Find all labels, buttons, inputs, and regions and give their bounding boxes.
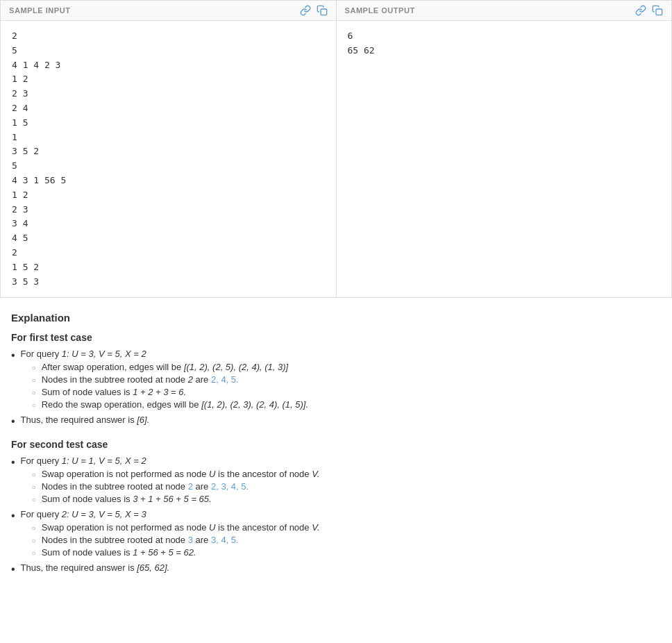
sample-input-line: 5: [12, 159, 325, 174]
sample-output-title: SAMPLE OUTPUT: [345, 6, 415, 15]
sample-input-line: 1 5 2: [12, 260, 325, 275]
conclusion-1-item: • Thus, the required answer is [6].: [11, 415, 661, 428]
sample-input-link-button[interactable]: [300, 5, 311, 16]
sample-input-icons: [300, 5, 328, 16]
bullet-conc-1: •: [11, 415, 15, 428]
query-1-label: For query 1: U = 3, V = 5, X = 2: [21, 349, 146, 359]
query-2-2-sub-list: ○ Swap operation is not performed as nod…: [21, 522, 320, 558]
sub-2-1-2: ○ Nodes in the subtree rooted at node 2 …: [21, 481, 320, 492]
sample-output-copy-button[interactable]: [652, 5, 663, 16]
sub-2-2-3: ○ Sum of node values is 1 + 56 + 5 = 62.: [21, 547, 320, 558]
bullet-2-2: •: [11, 510, 15, 522]
query-2-1-content: For query 1: U = 1, V = 5, X = 2 ○ Swap …: [21, 456, 320, 506]
circle-1: ○: [32, 364, 36, 371]
sample-input-line: 2 4: [12, 101, 325, 116]
sample-input-line: 2: [12, 246, 325, 260]
svg-rect-0: [321, 9, 327, 15]
circle-2-1-3: ○: [32, 496, 36, 503]
test-case-1-title: For first test case: [11, 332, 661, 343]
circle-2-1-1: ○: [32, 471, 36, 478]
bullet-2-1: •: [11, 456, 15, 469]
sample-input-line: 4 3 1 56 5: [12, 174, 325, 188]
sample-input-line: 1 5: [12, 116, 325, 131]
test-case-1-queries: • For query 1: U = 3, V = 5, X = 2 ○ Aft…: [11, 349, 661, 428]
sub-2-2-1: ○ Swap operation is not performed as nod…: [21, 522, 320, 533]
test-case-1: For first test case • For query 1: U = 3…: [11, 332, 661, 428]
sample-input-line: 3 5 3: [12, 275, 325, 290]
copy-icon-out: [652, 5, 663, 16]
link-icon-out: [635, 5, 646, 16]
test-case-2-title: For second test case: [11, 439, 661, 450]
query-2-2-item: • For query 2: U = 3, V = 5, X = 3 ○ Swa…: [11, 509, 661, 560]
circle-2-2-1: ○: [32, 524, 36, 532]
sub-item-1-2: ○ Nodes in the subtree rooted at node 2 …: [21, 374, 308, 385]
sample-input-line: 4 5: [12, 231, 325, 246]
sub-text-1-4: Redo the swap operation, edges will be […: [42, 399, 308, 410]
sub-2-2-2: ○ Nodes in the subtree rooted at node 3 …: [21, 535, 320, 545]
circle-2-1-2: ○: [32, 483, 36, 491]
sample-input-panel: SAMPLE INPUT 254 1 4 2 31 22 32 41 513 5: [1, 1, 337, 297]
bullet-conc-2: •: [11, 563, 15, 576]
sub-item-1-3: ○ Sum of node values is 1 + 2 + 3 = 6.: [21, 387, 308, 397]
sub-text-2-1-2: Nodes in the subtree rooted at node 2 ar…: [42, 481, 249, 492]
sample-input-header: SAMPLE INPUT: [1, 1, 336, 21]
circle-2-2-3: ○: [32, 549, 36, 557]
sample-output-header: SAMPLE OUTPUT: [337, 1, 672, 21]
copy-icon: [317, 5, 328, 16]
sub-text-2-1-1: Swap operation is not performed as node …: [42, 469, 320, 479]
sub-text-2-2-3: Sum of node values is 1 + 56 + 5 = 62.: [42, 547, 196, 558]
explanation-section: Explanation For first test case • For qu…: [0, 298, 672, 601]
circle-2-2-2: ○: [32, 537, 36, 544]
sample-input-line: 3 5 2: [12, 144, 325, 159]
sub-text-1-2: Nodes in the subtree rooted at node 2 ar…: [42, 374, 239, 385]
sample-input-line: 2: [12, 29, 325, 44]
circle-3: ○: [32, 389, 36, 396]
svg-rect-1: [656, 9, 662, 15]
sub-text-2-2-1: Swap operation is not performed as node …: [42, 522, 320, 533]
test-case-2-queries: • For query 1: U = 1, V = 5, X = 2 ○ Swa…: [11, 456, 661, 576]
sub-2-1-1: ○ Swap operation is not performed as nod…: [21, 469, 320, 479]
query-2-2-content: For query 2: U = 3, V = 5, X = 3 ○ Swap …: [21, 509, 320, 560]
sample-input-line: 1 2: [12, 72, 325, 87]
sample-input-line: 1 2: [12, 188, 325, 203]
sub-2-1-3: ○ Sum of node values is 3 + 1 + 56 + 5 =…: [21, 494, 320, 504]
circle-2: ○: [32, 376, 36, 384]
sub-text-2-1-3: Sum of node values is 3 + 1 + 56 + 5 = 6…: [42, 494, 212, 504]
sample-output-panel: SAMPLE OUTPUT 665 62: [337, 1, 672, 297]
sample-output-line: 65 62: [348, 44, 661, 58]
query-1-content: For query 1: U = 3, V = 5, X = 2 ○ After…: [21, 349, 308, 412]
link-icon: [300, 5, 311, 16]
sample-output-line: 6: [348, 29, 661, 44]
sample-output-body: 665 62: [337, 21, 672, 285]
conclusion-1-text: Thus, the required answer is [6].: [21, 415, 150, 425]
query-2-1-label: For query 1: U = 1, V = 5, X = 2: [21, 456, 146, 466]
sub-item-1-1: ○ After swap operation, edges will be [(…: [21, 362, 308, 372]
query-1-sub-list: ○ After swap operation, edges will be [(…: [21, 362, 308, 410]
query-2-2-label: For query 2: U = 3, V = 5, X = 3: [21, 509, 146, 519]
sample-input-body: 254 1 4 2 31 22 32 41 513 5 254 3 1 56 5…: [1, 21, 336, 297]
sample-input-line: 4 1 4 2 3: [12, 58, 325, 73]
sample-input-title: SAMPLE INPUT: [9, 6, 71, 15]
sample-input-line: 3 4: [12, 217, 325, 231]
sub-text-1-1: After swap operation, edges will be [(1,…: [42, 362, 289, 372]
query-2-1-item: • For query 1: U = 1, V = 5, X = 2 ○ Swa…: [11, 456, 661, 506]
query-2-1-sub-list: ○ Swap operation is not performed as nod…: [21, 469, 320, 504]
explanation-title: Explanation: [11, 312, 661, 324]
sample-output-link-button[interactable]: [635, 5, 646, 16]
sample-input-line: 2 3: [12, 87, 325, 101]
conclusion-2-item: • Thus, the required answer is [65, 62].: [11, 562, 661, 576]
sample-input-line: 2 3: [12, 203, 325, 217]
circle-4: ○: [32, 401, 36, 409]
test-case-2: For second test case • For query 1: U = …: [11, 439, 661, 576]
conclusion-2-text: Thus, the required answer is [65, 62].: [21, 562, 170, 573]
bullet-1: •: [11, 349, 15, 362]
sub-text-2-2-2: Nodes in the subtree rooted at node 3 ar…: [42, 535, 239, 545]
sample-output-icons: [635, 5, 663, 16]
sample-input-line: 5: [12, 44, 325, 58]
sample-input-line: 1: [12, 131, 325, 145]
query-1-item: • For query 1: U = 3, V = 5, X = 2 ○ Aft…: [11, 349, 661, 412]
sub-text-1-3: Sum of node values is 1 + 2 + 3 = 6.: [42, 387, 187, 397]
sample-input-copy-button[interactable]: [317, 5, 328, 16]
sample-io-container: SAMPLE INPUT 254 1 4 2 31 22 32 41 513 5: [0, 0, 672, 298]
sub-item-1-4: ○ Redo the swap operation, edges will be…: [21, 399, 308, 410]
